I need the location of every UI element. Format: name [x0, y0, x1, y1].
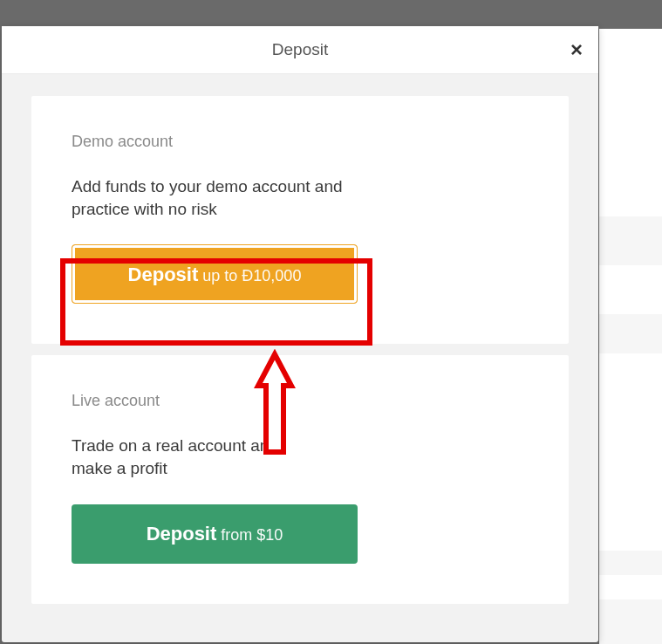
deposit-modal: Deposit × Demo account Add funds to your…: [2, 26, 598, 642]
live-deposit-light: from $10: [216, 526, 283, 544]
live-account-label: Live account: [72, 392, 529, 410]
background-sidebar-decor: [599, 29, 662, 644]
demo-deposit-light: up to Ð10,000: [198, 267, 301, 284]
demo-deposit-button[interactable]: Deposit up to Ð10,000: [72, 244, 358, 304]
modal-header: Deposit ×: [2, 26, 598, 74]
live-deposit-bold: Deposit: [147, 523, 217, 545]
live-deposit-button[interactable]: Deposit from $10: [72, 504, 358, 564]
close-icon[interactable]: ×: [570, 39, 583, 60]
live-account-description: Trade on a real account and make a profi…: [72, 435, 298, 479]
live-account-card: Live account Trade on a real account and…: [31, 355, 569, 603]
demo-deposit-bold: Deposit: [128, 264, 199, 285]
demo-account-card: Demo account Add funds to your demo acco…: [31, 96, 569, 344]
demo-account-label: Demo account: [72, 133, 529, 151]
modal-title: Deposit: [272, 40, 328, 59]
demo-account-description: Add funds to your demo account and pract…: [72, 175, 359, 220]
modal-body: Demo account Add funds to your demo acco…: [2, 74, 598, 637]
